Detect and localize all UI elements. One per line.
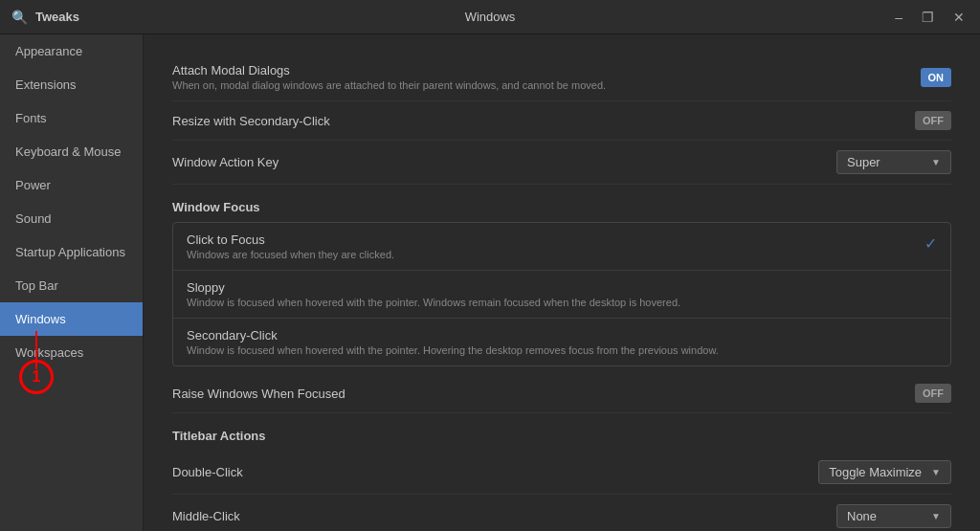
double-click-arrow: ▼: [931, 467, 941, 477]
attach-modal-toggle[interactable]: ON: [921, 68, 952, 87]
sidebar-item-windows[interactable]: Windows: [0, 302, 143, 336]
raise-windows-off[interactable]: OFF: [915, 384, 951, 403]
focus-sloppy-title: Sloppy: [187, 280, 680, 295]
resize-secondary-toggle[interactable]: OFF: [915, 111, 951, 130]
sidebar-item-appearance[interactable]: Appearance: [0, 34, 143, 68]
window-action-key-row: Window Action Key Super ▼: [172, 141, 951, 185]
raise-windows-toggle[interactable]: OFF: [915, 384, 951, 403]
sidebar-item-fonts[interactable]: Fonts: [0, 101, 143, 135]
resize-secondary-label: Resize with Secondary-Click: [172, 114, 915, 128]
focus-click-checkmark: ✓: [924, 234, 937, 253]
maximize-button[interactable]: ❐: [918, 8, 938, 27]
resize-secondary-off[interactable]: OFF: [915, 111, 951, 130]
content-inner: Attach Modal Dialogs When on, modal dial…: [144, 34, 980, 531]
window-title: Windows: [465, 10, 516, 24]
sidebar-item-sound[interactable]: Sound: [0, 202, 143, 235]
close-button[interactable]: ✕: [949, 8, 969, 27]
attach-modal-row: Attach Modal Dialogs When on, modal dial…: [172, 54, 951, 101]
sidebar-item-top-bar[interactable]: Top Bar: [0, 269, 143, 302]
sidebar-item-keyboard-mouse[interactable]: Keyboard & Mouse: [0, 135, 143, 168]
window-action-key-dropdown[interactable]: Super ▼: [836, 150, 951, 174]
content-area: Attach Modal Dialogs When on, modal dial…: [144, 34, 980, 531]
middle-click-row: Middle-Click None ▼: [172, 495, 951, 531]
sidebar-item-power[interactable]: Power: [0, 168, 143, 202]
focus-option-sloppy[interactable]: Sloppy Window is focused when hovered wi…: [173, 271, 950, 319]
focus-secondary-title: Secondary-Click: [187, 328, 719, 343]
search-icon[interactable]: 🔍: [11, 10, 28, 25]
attach-modal-label: Attach Modal Dialogs: [172, 63, 921, 77]
focus-option-secondary[interactable]: Secondary-Click Window is focused when h…: [173, 319, 950, 365]
double-click-row: Double-Click Toggle Maximize ▼: [172, 451, 951, 495]
focus-secondary-desc: Window is focused when hovered with the …: [187, 344, 719, 356]
title-bar-controls: – ❐ ✕: [891, 8, 969, 27]
sidebar: Appearance Extensions Fonts Keyboard & M…: [0, 34, 144, 531]
double-click-value: Toggle Maximize: [829, 465, 922, 479]
focus-sloppy-desc: Window is focused when hovered with the …: [187, 297, 680, 308]
resize-secondary-row: Resize with Secondary-Click OFF: [172, 101, 951, 141]
focus-options-group: Click to Focus Windows are focused when …: [172, 222, 951, 366]
sidebar-item-startup-applications[interactable]: Startup Applications: [0, 235, 143, 269]
sidebar-item-workspaces[interactable]: Workspaces: [0, 336, 143, 369]
middle-click-label: Middle-Click: [172, 509, 836, 523]
double-click-dropdown[interactable]: Toggle Maximize ▼: [818, 460, 951, 484]
middle-click-value: None: [847, 509, 877, 523]
middle-click-dropdown[interactable]: None ▼: [836, 504, 951, 528]
double-click-label: Double-Click: [172, 465, 818, 479]
window-action-key-arrow: ▼: [931, 157, 941, 167]
sidebar-item-extensions[interactable]: Extensions: [0, 68, 143, 101]
annotation-arrow-1: [35, 331, 37, 369]
main-layout: Appearance Extensions Fonts Keyboard & M…: [0, 34, 980, 531]
middle-click-arrow: ▼: [931, 511, 941, 521]
focus-click-title: Click to Focus: [187, 232, 394, 247]
window-action-key-label: Window Action Key: [172, 155, 836, 169]
raise-windows-label: Raise Windows When Focused: [172, 387, 915, 401]
window-action-key-value: Super: [847, 155, 880, 169]
app-name: Tweaks: [35, 10, 79, 24]
window-focus-section-header: Window Focus: [172, 200, 951, 214]
attach-modal-desc: When on, modal dialog windows are attach…: [172, 79, 921, 91]
title-bar: 🔍 Tweaks Windows – ❐ ✕: [0, 0, 980, 34]
title-bar-left: 🔍 Tweaks: [11, 10, 79, 25]
minimize-button[interactable]: –: [891, 8, 906, 27]
focus-click-desc: Windows are focused when they are clicke…: [187, 249, 394, 260]
focus-option-click[interactable]: Click to Focus Windows are focused when …: [173, 223, 950, 271]
raise-windows-row: Raise Windows When Focused OFF: [172, 374, 951, 413]
attach-modal-on[interactable]: ON: [921, 68, 952, 87]
titlebar-actions-section-header: Titlebar Actions: [172, 429, 951, 443]
